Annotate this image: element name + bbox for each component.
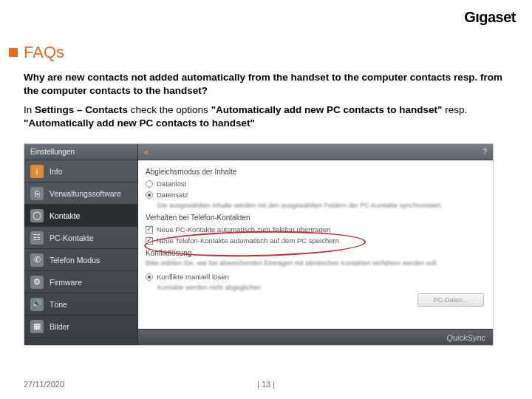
answer-lead: In (24, 104, 35, 115)
embedded-app-screenshot: Einstellungen i Info ⎘ Verwaltungssoftwa… (24, 143, 494, 346)
radio-icon (146, 180, 153, 188)
app-topbar: ‹‹ ? (138, 144, 493, 160)
sidebar-item-info[interactable]: i Info (24, 160, 137, 183)
sidebar-item-label: Telefon Modus (50, 256, 100, 265)
sync-desc: Die ausgewählten Inhalte werden mit den … (157, 202, 485, 209)
sidebar-item-label: Kontakte (50, 211, 80, 220)
sidebar-item-verwaltung[interactable]: ⎘ Verwaltungssoftware (24, 183, 137, 205)
sidebar-item-label: Firmware (50, 278, 82, 287)
help-icon[interactable]: ? (482, 148, 487, 156)
radio-label: Datanlöst (157, 180, 186, 188)
brand-logo: Gıgaset (464, 9, 516, 26)
app-footer-brand: QuickSync (446, 333, 485, 342)
conflict-desc: Bitte wählen Sie, wie bei abweichenden E… (146, 259, 485, 267)
sidebar-item-label: Info (50, 167, 63, 176)
section-phone-contacts: Verhalten bei Telefon-Kontakten (146, 214, 485, 222)
faq-question: Why are new contacts not added automatic… (24, 71, 511, 98)
section-conflict: Konfliktlösung (146, 249, 485, 257)
bullet-icon (9, 48, 18, 57)
sound-icon: 🔊 (30, 298, 44, 311)
phone-icon: ✆ (30, 253, 44, 267)
answer-mid2: resp. (442, 104, 467, 115)
sidebar-item-toene[interactable]: 🔊 Töne (24, 293, 137, 316)
sidebar-item-label: Bilder (50, 322, 69, 331)
checkbox-icon (146, 226, 153, 233)
pc-data-button[interactable]: PC-Daten... (417, 293, 484, 307)
radio-label: Datensatz (157, 191, 188, 199)
sidebar-item-telefonmodus[interactable]: ✆ Telefon Modus (24, 249, 137, 271)
answer-bold-path: Settings – Contacts (35, 104, 128, 115)
pc-contacts-icon: ☷ (30, 231, 44, 245)
sidebar-item-label: PC-Kontakte (50, 233, 94, 242)
images-icon: ▦ (30, 320, 44, 333)
sidebar-item-label: Töne (50, 300, 67, 309)
collapse-icon[interactable]: ‹‹ (144, 147, 147, 157)
checkbox-auto-pc-to-phone[interactable]: Neue PC-Kontakte automatisch zum Telefon… (146, 224, 485, 235)
radio-option-2[interactable]: Datensatz (146, 189, 485, 200)
checkbox-icon (146, 237, 153, 245)
settings-pane: Abgleichsmodus der Inhalte Datanlöst Dat… (138, 160, 493, 329)
heading-row: FAQs (9, 43, 64, 62)
sidebar-item-pckontakte[interactable]: ☷ PC-Kontakte (24, 227, 137, 249)
sidebar-item-firmware[interactable]: ⚙ Firmware (24, 271, 137, 293)
checkbox-label: Neue Telefon-Kontakte automatisch auf de… (157, 236, 339, 245)
checkbox-auto-phone-to-pc[interactable]: Neue Telefon-Kontakte automatisch auf de… (146, 235, 485, 246)
answer-mid: check the options (128, 104, 211, 115)
answer-bold-opt1: "Automatically add new PC contacts to ha… (211, 104, 443, 115)
faq-answer: In Settings – Contacts check the options… (24, 103, 511, 130)
radio-icon (146, 273, 153, 281)
manage-icon: ⎘ (30, 187, 44, 200)
contacts-icon: ◯ (30, 209, 44, 222)
sidebar-spacer (24, 338, 137, 345)
radio-icon (146, 191, 153, 199)
app-footer: QuickSync (138, 329, 493, 345)
firmware-icon: ⚙ (30, 276, 44, 289)
radio-label: Konflikte manuell lösen (157, 273, 229, 281)
slide-page-number: | 13 | (257, 380, 275, 389)
radio-conflict-manual[interactable]: Konflikte manuell lösen (146, 271, 485, 282)
app-sidebar: Einstellungen i Info ⎘ Verwaltungssoftwa… (24, 144, 138, 345)
sidebar-item-bilder[interactable]: ▦ Bilder (24, 316, 137, 338)
section-sync-mode: Abgleichsmodus der Inhalte (146, 168, 485, 176)
app-window-title: Einstellungen (24, 144, 137, 160)
radio-option-1[interactable]: Datanlöst (146, 178, 485, 189)
page-heading: FAQs (24, 43, 64, 62)
conflict-subdesc: Kontakte werden nicht abgeglichen (157, 284, 485, 291)
sidebar-item-label: Verwaltungssoftware (50, 189, 121, 198)
sidebar-item-kontakte[interactable]: ◯ Kontakte (24, 205, 137, 227)
answer-bold-opt2: "Automatically add new PC contacts to ha… (24, 117, 255, 129)
info-icon: i (30, 165, 44, 178)
checkbox-label: Neue PC-Kontakte automatisch zum Telefon… (157, 225, 330, 233)
app-main: ‹‹ ? Abgleichsmodus der Inhalte Datanlös… (138, 144, 493, 345)
slide-date: 27/11/2020 (24, 380, 64, 389)
